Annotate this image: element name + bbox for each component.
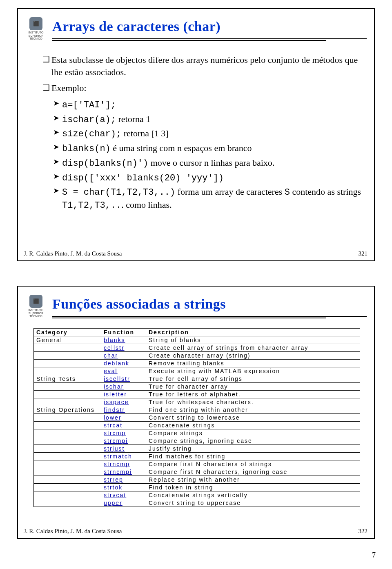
triangle-bullet-icon: ➤ (53, 127, 62, 140)
cell-category (34, 484, 101, 491)
bullet-text: blanks(n) é uma string com n espaços em … (62, 142, 252, 155)
triangle-bullet-icon: ➤ (53, 157, 62, 170)
cell-function: blanks (101, 336, 146, 344)
function-link[interactable]: strcat (104, 422, 122, 429)
sub-bullet-item: ➤disp(blanks(n)') move o cursor n linhas… (53, 157, 365, 170)
cell-description: Compare strings, ignoring case (146, 437, 360, 445)
function-link[interactable]: ischar (104, 383, 124, 390)
cell-function: strvcat (101, 491, 146, 499)
function-link[interactable]: char (104, 352, 118, 359)
table-row: upperConvert string to uppercase (34, 499, 360, 507)
square-bullet-icon: ❑ (42, 82, 51, 94)
cell-description: True for whitespace characters. (146, 398, 360, 406)
function-link[interactable]: iscellstr (104, 376, 130, 382)
cell-description: Concatenate strings (146, 422, 360, 429)
function-link[interactable]: strncmp (104, 461, 130, 467)
function-link[interactable]: cellstr (104, 345, 125, 351)
cell-function: lower (101, 414, 146, 422)
function-link[interactable]: strrep (104, 476, 123, 483)
function-link[interactable]: strjust (104, 445, 125, 452)
logo-block: ⬛ INSTITUTO SUPERIOR TÉCNICO (24, 295, 47, 318)
cell-category: String Tests (34, 375, 101, 383)
cell-description: Convert string to uppercase (146, 499, 360, 507)
function-link[interactable]: deblank (104, 360, 129, 367)
function-link[interactable]: isspace (104, 399, 129, 405)
table-row: strvcatConcatenate strings vertically (34, 491, 360, 499)
function-link[interactable]: eval (104, 368, 118, 374)
sub-bullet-item: ➤S = char(T1,T2,T3,..) forma um array de… (53, 186, 365, 211)
triangle-bullet-icon: ➤ (53, 142, 62, 155)
triangle-bullet-icon: ➤ (53, 98, 62, 111)
cell-function: ischar (101, 383, 146, 391)
slide-content: ❑Esta subclasse de objectos difere dos a… (42, 54, 365, 213)
function-link[interactable]: strtok (104, 484, 122, 491)
bullet-text: Exemplo: (51, 82, 87, 94)
table-row: isspaceTrue for whitespace characters. (34, 398, 360, 406)
sub-bullet-item: ➤a=['TAI']; (53, 98, 365, 111)
table-row: GeneralblanksString of blanks (34, 336, 360, 344)
table-row: strcatConcatenate strings (34, 422, 360, 429)
cell-category (34, 344, 101, 352)
function-link[interactable]: upper (104, 500, 122, 506)
slide-page-number: 321 (359, 250, 368, 257)
col-function: Function (101, 329, 146, 336)
slide-footer: J. R. Caldas Pinto, J. M. da Costa Sousa (24, 250, 122, 257)
function-link[interactable]: strvcat (104, 492, 126, 498)
cell-function: char (101, 352, 146, 360)
cell-category: General (34, 336, 101, 344)
function-link[interactable]: strcmpi (104, 438, 128, 444)
cell-category (34, 367, 101, 375)
function-link[interactable]: blanks (104, 337, 125, 343)
cell-description: Find matches for string (146, 453, 360, 460)
triangle-bullet-icon: ➤ (53, 186, 62, 211)
function-link[interactable]: strncmpi (104, 469, 132, 475)
cell-function: eval (101, 367, 146, 375)
slide-page-number: 322 (359, 528, 368, 535)
cell-category (34, 453, 101, 460)
ist-logo-icon: ⬛ (29, 17, 42, 30)
function-link[interactable]: strmatch (104, 453, 132, 460)
cell-function: strncmp (101, 460, 146, 468)
table-row: strtokFind token in string (34, 484, 360, 491)
table-row: cellstrCreate cell array of strings from… (34, 344, 360, 352)
cell-function: strcat (101, 422, 146, 429)
cell-category (34, 476, 101, 484)
bullet-text: disp(['xxx' blanks(20) 'yyy']) (62, 171, 224, 184)
cell-function: iscellstr (101, 375, 146, 383)
slide-footer: J. R. Caldas Pinto, J. M. da Costa Sousa (24, 528, 122, 535)
function-link[interactable]: strcmp (104, 430, 126, 436)
cell-category (34, 499, 101, 507)
cell-category: String Operations (34, 406, 101, 414)
cell-description: True for cell array of strings (146, 375, 360, 383)
function-link[interactable]: findstr (104, 407, 125, 413)
cell-description: Concatenate strings vertically (146, 491, 360, 499)
cell-category (34, 422, 101, 429)
table-row: strcmpCompare strings (34, 429, 360, 437)
function-link[interactable]: isletter (104, 391, 127, 398)
sub-bullet-item: ➤size(char); retorna [1 3] (53, 127, 365, 140)
cell-description: Remove trailing blanks (146, 360, 360, 367)
cell-description: Convert string to lowercase (146, 414, 360, 422)
function-link[interactable]: lower (104, 414, 121, 421)
cell-function: strncmpi (101, 468, 146, 476)
bullet-item: ❑Exemplo: (42, 82, 365, 94)
cell-description: Execute string with MATLAB expression (146, 367, 360, 375)
slide-2: ⬛ INSTITUTO SUPERIOR TÉCNICO Funções ass… (17, 286, 375, 539)
logo-block: ⬛ INSTITUTO SUPERIOR TÉCNICO (24, 17, 47, 40)
table-row: deblankRemove trailing blanks (34, 360, 360, 367)
table-row: charCreate character array (string) (34, 352, 360, 360)
functions-table: Category Function Description Generalbla… (33, 328, 360, 507)
table-row: lowerConvert string to lowercase (34, 414, 360, 422)
cell-category (34, 445, 101, 453)
cell-description: Create character array (string) (146, 352, 360, 360)
table-row: strncmpiCompare first N characters, igno… (34, 468, 360, 476)
cell-category (34, 391, 101, 398)
cell-description: Compare strings (146, 429, 360, 437)
cell-function: deblank (101, 360, 146, 367)
cell-description: True for character array (146, 383, 360, 391)
cell-category (34, 414, 101, 422)
sub-bullet-item: ➤blanks(n) é uma string com n espaços em… (53, 142, 365, 155)
cell-description: Create cell array of strings from charac… (146, 344, 360, 352)
cell-category (34, 360, 101, 367)
table-row: String OperationsfindstrFind one string … (34, 406, 360, 414)
